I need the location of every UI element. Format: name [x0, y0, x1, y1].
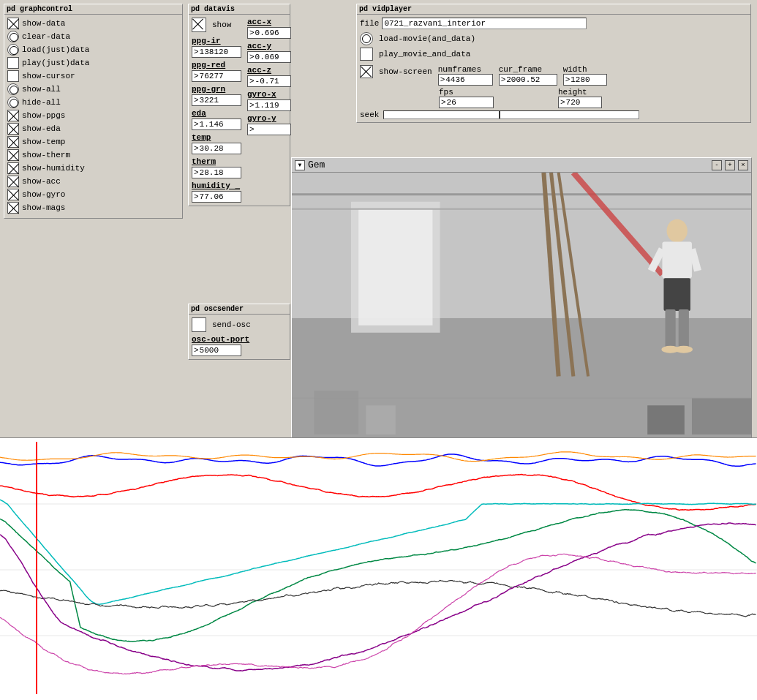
show-cursor-label: show-cursor — [22, 72, 75, 80]
clear-data-label: clear-data — [22, 32, 70, 41]
show-mags-checkbox[interactable] — [7, 202, 19, 214]
ppg-grn-group: ppg-grn 3221 — [192, 85, 243, 106]
ppg-red-label: ppg-red — [192, 61, 243, 69]
show-acc-checkbox[interactable] — [7, 176, 19, 187]
video-frame — [292, 173, 751, 440]
play-data-checkbox[interactable] — [7, 57, 19, 69]
acc-z-value[interactable]: -0.71 — [247, 75, 291, 87]
ppg-red-group: ppg-red 76277 — [192, 61, 243, 82]
seek-bar[interactable] — [383, 110, 639, 119]
show-eda-checkbox[interactable] — [7, 123, 19, 135]
show-button-row: show — [192, 18, 243, 32]
hide-all-label: hide-all — [22, 98, 61, 107]
load-data-label: load(just)data — [22, 45, 89, 54]
load-data-checkbox[interactable] — [7, 44, 19, 56]
therm-value[interactable]: 28.18 — [192, 167, 241, 178]
show-all-checkbox[interactable] — [7, 83, 19, 95]
oscsender-titlebar: pd oscsender — [189, 304, 290, 315]
show-therm-checkbox[interactable] — [7, 149, 19, 161]
play-data-row: play(just)data — [7, 57, 179, 69]
height-group: height 720 — [558, 88, 602, 108]
temp-label: temp — [192, 133, 243, 142]
play-movie-checkbox[interactable] — [360, 48, 373, 61]
ppg-red-value[interactable]: 76277 — [192, 70, 241, 82]
temp-value[interactable]: 30.28 — [192, 143, 241, 154]
stats-row: show-screen numframes 4436 cur_frame 200… — [360, 65, 747, 86]
oscsender-window: pd oscsender send-osc osc-out-port 5000 — [188, 304, 290, 360]
width-group: width 1280 — [563, 65, 607, 86]
show-screen-row: show-screen — [360, 65, 432, 78]
osc-port-value[interactable]: 5000 — [192, 345, 241, 356]
svg-rect-12 — [663, 278, 690, 311]
seek-indicator — [499, 111, 500, 118]
svg-rect-4 — [358, 209, 432, 325]
send-osc-checkbox[interactable] — [192, 317, 206, 332]
show-gyro-row: show-gyro — [7, 189, 179, 200]
gem-close-button[interactable]: × — [738, 160, 748, 170]
show-mags-label: show-mags — [22, 203, 65, 212]
eda-group: eda 1.146 — [192, 109, 243, 130]
svg-rect-18 — [692, 398, 751, 434]
load-movie-checkbox[interactable] — [360, 32, 373, 45]
acc-y-value[interactable]: 0.069 — [247, 51, 291, 63]
show-data-checkbox[interactable] — [7, 18, 19, 29]
graph-area — [0, 437, 757, 700]
show-therm-row: show-therm — [7, 149, 179, 161]
fps-height-row: fps 26 height 720 — [360, 88, 747, 108]
ppg-grn-label: ppg-grn — [192, 85, 243, 94]
svg-rect-19 — [314, 391, 358, 434]
send-osc-label: send-osc — [212, 320, 251, 329]
show-therm-label: show-therm — [22, 151, 70, 159]
hide-all-checkbox[interactable] — [7, 97, 19, 108]
clear-data-checkbox[interactable] — [7, 31, 19, 42]
show-eda-row: show-eda — [7, 123, 179, 135]
show-humidity-row: show-humidity — [7, 162, 179, 174]
cur-frame-group: cur_frame 2000.52 — [499, 65, 557, 86]
file-row: file — [360, 18, 747, 29]
acc-x-value[interactable]: 0.696 — [247, 27, 291, 39]
acc-y-label: acc-y — [247, 42, 291, 50]
humidity-value[interactable]: 77.06 — [192, 191, 241, 203]
show-gyro-checkbox[interactable] — [7, 189, 19, 200]
show-button-checkbox[interactable] — [192, 18, 206, 32]
show-screen-checkbox[interactable] — [360, 65, 373, 78]
file-input[interactable] — [382, 18, 587, 29]
play-movie-row: play_movie_and_data — [360, 48, 747, 61]
width-value[interactable]: 1280 — [563, 74, 607, 86]
show-acc-label: show-acc — [22, 177, 61, 186]
acc-x-label: acc-x — [247, 18, 291, 26]
eda-label: eda — [192, 109, 243, 118]
show-all-row: show-all — [7, 83, 179, 95]
gyro-y-value[interactable] — [247, 124, 291, 135]
vidplayer-window: pd vidplayer file load-movie(and_data) p… — [356, 4, 751, 123]
hide-all-row: hide-all — [7, 97, 179, 108]
show-mags-row: show-mags — [7, 202, 179, 214]
show-label: show — [212, 20, 231, 29]
acc-z-label: acc-z — [247, 66, 291, 75]
fps-value[interactable]: 26 — [439, 97, 494, 108]
svg-point-8 — [667, 219, 688, 243]
height-value[interactable]: 720 — [558, 97, 602, 108]
gyro-y-label: gyro-y — [247, 114, 291, 123]
eda-value[interactable]: 1.146 — [192, 118, 241, 130]
therm-label: therm — [192, 157, 243, 166]
ppg-ir-value[interactable]: 138120 — [192, 46, 241, 58]
show-ppgs-checkbox[interactable] — [7, 110, 19, 121]
humidity-group: humidity _ 77.06 — [192, 181, 243, 203]
gem-dropdown-icon[interactable]: ▼ — [295, 160, 305, 170]
load-movie-row: load-movie(and_data) — [360, 32, 747, 45]
gem-minimize-button[interactable]: - — [712, 160, 722, 170]
show-ppgs-row: show-ppgs — [7, 110, 179, 121]
fps-label: fps — [439, 88, 494, 97]
numframes-value[interactable]: 4436 — [438, 74, 493, 86]
gyro-x-value[interactable]: 1.119 — [247, 99, 291, 111]
ppg-grn-value[interactable]: 3221 — [192, 94, 241, 106]
gem-window: ▼ Gem - + × — [291, 157, 752, 443]
show-cursor-checkbox[interactable] — [7, 70, 19, 82]
cur-frame-value[interactable]: 2000.52 — [499, 74, 557, 86]
gem-maximize-button[interactable]: + — [725, 160, 735, 170]
show-eda-label: show-eda — [22, 124, 61, 133]
show-temp-checkbox[interactable] — [7, 136, 19, 148]
graphcontrol-window: pd graphcontrol show-data clear-data loa… — [4, 4, 183, 219]
show-humidity-checkbox[interactable] — [7, 162, 19, 174]
